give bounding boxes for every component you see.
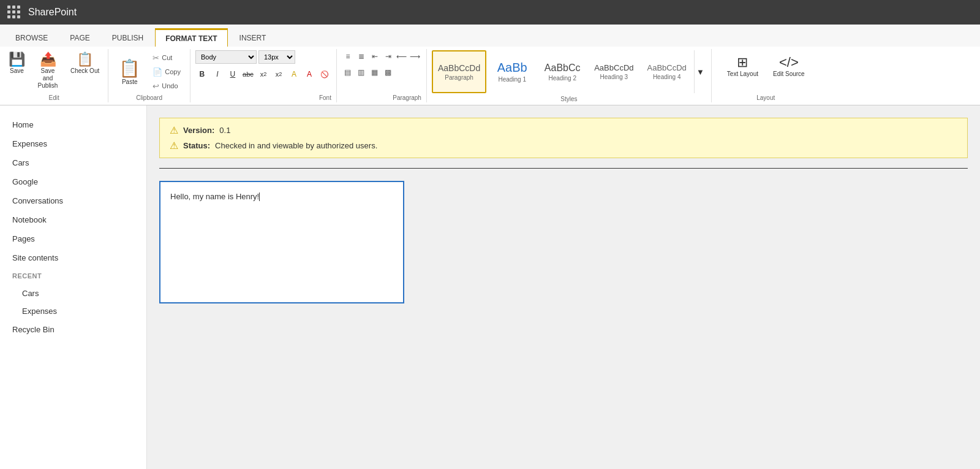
styles-group: AaBbCcDd Paragraph AaBb Heading 1 AaBbCc… (427, 49, 712, 102)
style-heading3-text: AaBbCcDd (594, 63, 633, 72)
text-layout-button[interactable]: ⊞ Text Layout (722, 51, 764, 80)
sidebar: Home Expenses Cars Google Conversations … (0, 105, 147, 469)
version-row: ⚠ Version: 0.1 (170, 124, 957, 136)
sidebar-item-expenses[interactable]: Expenses (0, 134, 146, 153)
paste-icon: 📋 (119, 58, 140, 78)
sidebar-item-recycle-bin[interactable]: Recycle Bin (0, 320, 146, 339)
increase-indent-button[interactable]: ⇥ (382, 50, 394, 63)
style-paragraph-button[interactable]: AaBbCcDd Paragraph (432, 50, 486, 93)
recent-section-label: Recent (0, 267, 146, 284)
copy-button[interactable]: 📄 Copy (148, 65, 185, 78)
subscript-button[interactable]: x2 (257, 67, 270, 81)
version-banner: ⚠ Version: 0.1 ⚠ Status: Checked in and … (159, 118, 968, 158)
bold-button[interactable]: B (195, 67, 209, 81)
editor-cursor (259, 193, 260, 201)
style-heading3-button[interactable]: AaBbCcDd Heading 3 (588, 50, 639, 93)
app-grid-icon[interactable] (7, 6, 21, 19)
save-button[interactable]: 💾 Save (5, 50, 29, 77)
main-container: Home Expenses Cars Google Conversations … (0, 105, 980, 469)
styles-container: AaBbCcDd Paragraph AaBb Heading 1 AaBbCc… (429, 49, 709, 94)
sidebar-item-pages[interactable]: Pages (0, 229, 146, 248)
version-value: 0.1 (219, 126, 230, 135)
content-divider (159, 168, 968, 169)
align-justify-button[interactable]: ▩ (382, 66, 394, 78)
edit-source-icon: </> (779, 55, 799, 71)
clipboard-group-label: Clipboard (136, 93, 162, 101)
styles-dropdown-button[interactable]: ▼ (694, 50, 706, 93)
status-value: Checked in and viewable by authorized us… (215, 141, 377, 150)
rtl-button[interactable]: ⟵ (396, 50, 408, 63)
save-icon: 💾 (9, 53, 25, 66)
strikethrough-button[interactable]: abc (241, 67, 255, 81)
decrease-indent-button[interactable]: ⇤ (369, 50, 381, 63)
edit-group: 💾 Save 📤 Save and Publish 📋 Check Out Ed… (0, 49, 108, 102)
style-heading1-button[interactable]: AaBb Heading 1 (488, 50, 537, 93)
paragraph-row-1: ≡ ≣ ⇤ ⇥ ⟵ ⟶ (342, 50, 421, 63)
clipboard-group-content: 📋 Paste ✂ Cut 📄 Copy ↩ Undo (113, 50, 185, 93)
ltr-button[interactable]: ⟶ (409, 50, 421, 63)
cut-button[interactable]: ✂ Cut (148, 51, 185, 64)
check-out-button[interactable]: 📋 Check Out (67, 50, 103, 77)
edit-source-button[interactable]: </> Edit Source (767, 51, 810, 80)
sidebar-item-google[interactable]: Google (0, 172, 146, 191)
sidebar-item-cars[interactable]: Cars (0, 153, 146, 172)
sidebar-item-conversations[interactable]: Conversations (0, 191, 146, 210)
tab-publish[interactable]: PUBLISH (102, 28, 154, 47)
undo-icon: ↩ (153, 82, 159, 91)
version-warning-icon: ⚠ (170, 124, 178, 136)
clipboard-group: 📋 Paste ✂ Cut 📄 Copy ↩ Undo Clipboard (108, 49, 190, 102)
paragraph-group: ≡ ≣ ⇤ ⇥ ⟵ ⟶ ▤ ▥ ▦ ▩ Paragraph (337, 49, 427, 102)
editor-container[interactable]: Hello, my name is Henry! (159, 181, 404, 303)
underline-button[interactable]: U (226, 67, 239, 81)
layout-group-label: Layout (756, 93, 775, 101)
paragraph-row-2: ▤ ▥ ▦ ▩ (342, 66, 421, 78)
sidebar-item-home[interactable]: Home (0, 115, 146, 134)
font-family-select[interactable]: Body (195, 50, 257, 64)
font-row-2: B I U abc x2 x2 A A 🚫 (195, 67, 331, 81)
top-bar: SharePoint (0, 0, 980, 25)
sidebar-recent-cars[interactable]: Cars (0, 284, 146, 302)
italic-button[interactable]: I (211, 67, 224, 81)
tab-insert[interactable]: INSERT (229, 28, 277, 47)
editor-text: Hello, my name is Henry! (170, 192, 259, 201)
font-group-label: Font (319, 93, 331, 101)
chevron-down-icon: ▼ (696, 67, 704, 77)
paste-button[interactable]: 📋 Paste (113, 50, 146, 93)
style-paragraph-text: AaBbCcDd (438, 63, 480, 73)
paragraph-group-label: Paragraph (393, 93, 421, 101)
sidebar-item-notebook[interactable]: Notebook (0, 210, 146, 229)
cut-icon: ✂ (153, 53, 159, 63)
style-heading1-text: AaBb (497, 61, 527, 75)
check-out-icon: 📋 (77, 53, 93, 66)
ribbon-body: 💾 Save 📤 Save and Publish 📋 Check Out Ed… (0, 47, 980, 105)
content-area: ⚠ Version: 0.1 ⚠ Status: Checked in and … (147, 105, 980, 469)
tab-format-text[interactable]: FORMAT TEXT (155, 28, 227, 47)
editor-content[interactable]: Hello, my name is Henry! (170, 192, 393, 284)
tab-browse[interactable]: BROWSE (5, 28, 58, 47)
tab-page[interactable]: PAGE (59, 28, 100, 47)
ordered-list-button[interactable]: ≣ (355, 50, 368, 63)
highlight-button[interactable]: A (287, 67, 301, 81)
undo-button[interactable]: ↩ Undo (148, 79, 185, 93)
sidebar-recent-expenses[interactable]: Expenses (0, 302, 146, 320)
copy-icon: 📄 (153, 67, 162, 77)
align-right-button[interactable]: ▦ (369, 66, 381, 78)
unordered-list-button[interactable]: ≡ (342, 50, 354, 63)
clipboard-small-buttons: ✂ Cut 📄 Copy ↩ Undo (148, 50, 185, 93)
save-publish-icon: 📤 (40, 53, 56, 66)
save-publish-button[interactable]: 📤 Save and Publish (31, 50, 64, 92)
ribbon-tabs: BROWSE PAGE PUBLISH FORMAT TEXT INSERT (0, 25, 980, 47)
superscript-button[interactable]: x2 (272, 67, 285, 81)
align-left-button[interactable]: ▤ (342, 66, 354, 78)
align-center-button[interactable]: ▥ (355, 66, 368, 78)
font-color-button[interactable]: A (303, 67, 316, 81)
layout-group-content: ⊞ Text Layout </> Edit Source (717, 50, 815, 82)
font-group-content: Body 13px B I U abc x2 x2 A A 🚫 (195, 50, 331, 93)
style-heading2-button[interactable]: AaBbCc Heading 2 (538, 50, 587, 93)
paragraph-group-content: ≡ ≣ ⇤ ⇥ ⟵ ⟶ ▤ ▥ ▦ ▩ (342, 50, 421, 93)
style-heading4-button[interactable]: AaBbCcDd Heading 4 (641, 50, 693, 93)
clear-format-button[interactable]: 🚫 (318, 67, 331, 81)
layout-group: ⊞ Text Layout </> Edit Source Layout (712, 49, 820, 102)
sidebar-item-site-contents[interactable]: Site contents (0, 248, 146, 267)
font-size-select[interactable]: 13px (258, 50, 295, 64)
